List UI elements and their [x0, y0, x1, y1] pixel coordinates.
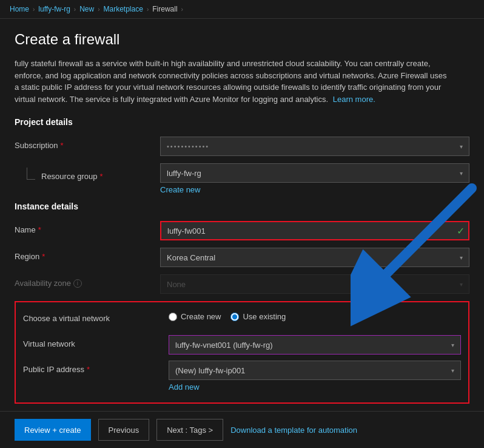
public-ip-control: (New) luffy-fw-ip001 ▾ Add new — [169, 361, 461, 392]
resource-group-row: Resource group * luffy-fw-rg ▾ Create ne… — [15, 163, 469, 194]
public-ip-value: (New) luffy-fw-ip001 — [175, 366, 245, 375]
vnet-select-control: luffy-fw-vnet001 (luffy-fw-rg) ▾ — [169, 335, 461, 355]
availability-zone-dropdown: None ▾ — [160, 274, 469, 294]
breadcrumb-chevron-3: › — [98, 6, 99, 13]
subscription-control: •••••••••••• ▾ — [160, 137, 469, 156]
region-chevron-icon: ▾ — [460, 254, 463, 261]
public-ip-add-new-link[interactable]: Add new — [169, 382, 200, 392]
resource-group-label: Resource group * — [15, 163, 160, 185]
breadcrumb-luffy-fw-rg[interactable]: luffy-fw-rg — [38, 5, 70, 13]
breadcrumb-marketplace[interactable]: Marketplace — [104, 5, 143, 13]
region-dropdown[interactable]: Korea Central ▾ — [160, 248, 469, 267]
vnet-select-value: luffy-fw-vnet001 (luffy-fw-rg) — [175, 341, 273, 350]
public-ip-chevron-icon: ▾ — [451, 367, 454, 374]
subscription-label: Subscription * — [15, 137, 160, 150]
public-ip-required: * — [87, 365, 90, 374]
vnet-select-row: Virtual network luffy-fw-vnet001 (luffy-… — [23, 335, 461, 355]
page-title: Create a firewall — [15, 31, 469, 48]
breadcrumb-new[interactable]: New — [79, 5, 94, 13]
resource-group-chevron-icon: ▾ — [460, 170, 463, 177]
previous-button[interactable]: Previous — [98, 419, 150, 441]
availability-zone-row: Availability zone i None ▾ — [15, 274, 469, 294]
choose-vnet-label: Choose a virtual network — [23, 310, 169, 323]
vnet-select-chevron-icon: ▾ — [451, 342, 454, 348]
public-ip-dropdown[interactable]: (New) luffy-fw-ip001 ▾ — [169, 361, 461, 380]
resource-group-dropdown[interactable]: luffy-fw-rg ▾ — [160, 163, 469, 183]
public-ip-row: Public IP address * (New) luffy-fw-ip001… — [23, 361, 461, 392]
name-input-wrapper: ✓ — [160, 221, 469, 240]
main-content: Create a firewall fully stateful firewal… — [0, 19, 484, 419]
resource-group-control: luffy-fw-rg ▾ Create new — [160, 163, 469, 194]
breadcrumb-chevron-2: › — [74, 6, 76, 13]
choose-vnet-control: Create new Use existing — [169, 310, 461, 321]
create-new-radio-label: Create new — [181, 312, 221, 321]
resource-group-required: * — [100, 172, 103, 181]
region-control: Korea Central ▾ — [160, 248, 469, 267]
region-row: Region * Korea Central ▾ — [15, 248, 469, 267]
resource-group-value: luffy-fw-rg — [167, 169, 201, 178]
breadcrumb-firewall: Firewall — [152, 5, 177, 13]
region-required: * — [42, 252, 45, 261]
create-new-radio[interactable] — [169, 313, 177, 321]
public-ip-label: Public IP address * — [23, 361, 169, 374]
name-row: Name * ✓ — [15, 221, 469, 240]
availability-zone-control: None ▾ — [160, 274, 469, 294]
footer: Review + create Previous Next : Tags > D… — [0, 411, 484, 448]
availability-zone-value: None — [167, 280, 186, 289]
learn-more-link[interactable]: Learn more. — [333, 95, 375, 104]
name-required: * — [38, 225, 41, 234]
use-existing-radio-option[interactable]: Use existing — [230, 312, 286, 321]
vnet-highlight-section: Choose a virtual network Create new Use … — [15, 301, 469, 404]
choose-vnet-row: Choose a virtual network Create new Use … — [23, 310, 461, 329]
name-valid-icon: ✓ — [457, 225, 465, 237]
breadcrumb-chevron-4: › — [147, 6, 149, 13]
instance-details-section: Instance details Name * ✓ Region * — [15, 202, 469, 419]
subscription-chevron-icon: ▾ — [460, 143, 463, 150]
vnet-radio-group: Create new Use existing — [169, 310, 461, 321]
availability-zone-label: Availability zone i — [15, 274, 160, 288]
availability-zone-chevron-icon: ▾ — [460, 281, 463, 288]
breadcrumb-chevron-5: › — [181, 6, 183, 13]
subscription-required: * — [61, 141, 64, 150]
use-existing-radio-label: Use existing — [243, 312, 286, 321]
review-create-button[interactable]: Review + create — [15, 419, 91, 441]
project-details-header: Project details — [15, 117, 469, 127]
breadcrumb-chevron-1: › — [33, 6, 35, 13]
subscription-row: Subscription * •••••••••••• ▾ — [15, 137, 469, 156]
region-label: Region * — [15, 248, 160, 261]
download-template-button[interactable]: Download a template for automation — [230, 421, 357, 440]
subscription-dropdown[interactable]: •••••••••••• ▾ — [160, 137, 469, 156]
region-value: Korea Central — [167, 253, 215, 262]
next-tags-button[interactable]: Next : Tags > — [156, 419, 223, 441]
availability-zone-info-icon[interactable]: i — [73, 279, 82, 288]
breadcrumb: Home › luffy-fw-rg › New › Marketplace ›… — [0, 0, 484, 19]
create-new-radio-option[interactable]: Create new — [169, 312, 221, 321]
name-control: ✓ — [160, 221, 469, 240]
name-input[interactable] — [160, 221, 469, 240]
page-description: fully stateful firewall as a service wit… — [15, 58, 451, 105]
use-existing-radio[interactable] — [230, 313, 239, 321]
breadcrumb-home[interactable]: Home — [10, 5, 29, 13]
name-label: Name * — [15, 221, 160, 234]
subscription-masked-value: •••••••••••• — [167, 143, 209, 150]
vnet-select-label: Virtual network — [23, 335, 169, 348]
project-details-section: Project details Subscription * •••••••••… — [15, 117, 469, 194]
vnet-select-dropdown[interactable]: luffy-fw-vnet001 (luffy-fw-rg) ▾ — [169, 335, 461, 355]
resource-group-create-new-link[interactable]: Create new — [160, 185, 200, 194]
instance-details-header: Instance details — [15, 202, 469, 211]
